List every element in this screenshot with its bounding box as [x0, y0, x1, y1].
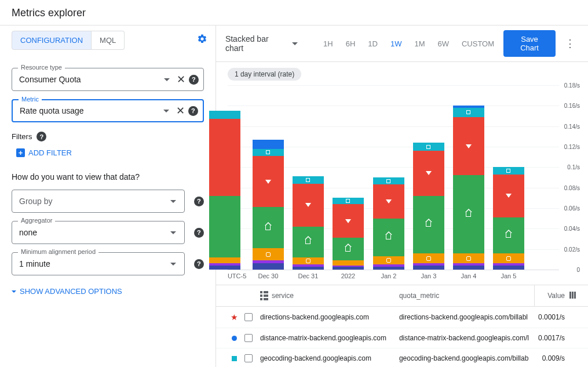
chart-type-label: Stacked bar chart: [225, 34, 285, 53]
bar-segment: [373, 184, 404, 218]
legend-row[interactable]: distance-matrix-backend.googleapis.comdi…: [216, 328, 588, 348]
help-icon[interactable]: ?: [194, 259, 204, 269]
bar-segment: [293, 227, 324, 257]
y-tick: 0.14/s: [564, 123, 580, 129]
more-menu-icon[interactable]: ⋮: [559, 34, 581, 53]
bar-segment: [453, 253, 484, 264]
clear-resource-type[interactable]: ✕: [173, 73, 189, 86]
time-range-1w[interactable]: 1W: [385, 36, 408, 52]
series-marker: [265, 226, 271, 230]
series-marker: [306, 259, 311, 263]
add-filter-button[interactable]: + ADD FILTER: [16, 148, 72, 157]
bar-5[interactable]: [413, 143, 444, 270]
bar-segment: [413, 143, 444, 151]
time-range-6h[interactable]: 6H: [340, 36, 361, 52]
y-tick: 0.12/s: [564, 144, 580, 150]
chart-plot[interactable]: 00.02/s0.04/s0.06/s0.08/s0.1/s0.12/s0.14…: [228, 85, 581, 282]
column-settings-icon[interactable]: [569, 292, 581, 300]
bar-3[interactable]: [333, 198, 364, 270]
series-marker: [266, 252, 271, 257]
tab-mql[interactable]: MQL: [92, 31, 125, 50]
group-by-select[interactable]: Group by: [12, 190, 185, 213]
series-marker: [266, 150, 270, 154]
metric-select[interactable]: Metric Rate quota usage ✕ ?: [12, 99, 204, 122]
interval-chip: 1 day interval (rate): [228, 68, 301, 81]
bar-segment: [293, 184, 324, 227]
y-tick: 0.02/s: [564, 246, 580, 252]
bar-segment: [293, 257, 324, 264]
series-marker: [306, 178, 310, 182]
x-tick: Dec 31: [298, 272, 318, 279]
series-marker: [506, 194, 512, 198]
legend-table: service quota_metric Value ★directions-b…: [216, 285, 588, 367]
bar-7[interactable]: [493, 167, 524, 270]
time-range-1d[interactable]: 1D: [362, 36, 384, 52]
series-marker: [346, 199, 350, 203]
service-cell: directions-backend.googleapis.com: [255, 313, 395, 321]
col-value[interactable]: Value: [529, 292, 569, 300]
time-range-1h[interactable]: 1H: [317, 36, 339, 52]
bar-segment: [293, 176, 324, 183]
show-advanced-options[interactable]: SHOW ADVANCED OPTIONS: [12, 287, 122, 296]
save-chart-button[interactable]: Save Chart: [503, 30, 556, 57]
legend-row[interactable]: ★directions-backend.googleapis.comdirect…: [216, 307, 588, 328]
bar-segment: [493, 167, 524, 174]
series-checkbox[interactable]: [244, 334, 253, 342]
chevron-down-icon: [170, 231, 176, 234]
bar-1[interactable]: [253, 140, 284, 270]
col-service[interactable]: service: [272, 292, 294, 300]
bar-segment: [253, 156, 284, 207]
series-marker: [466, 144, 472, 148]
bar-segment: [333, 198, 364, 204]
service-cell: geocoding-backend.googleapis.com: [255, 354, 395, 362]
help-icon[interactable]: ?: [188, 106, 198, 116]
grouping-icon[interactable]: [260, 291, 268, 300]
bar-segment: [209, 111, 240, 119]
view-data-question: How do you want to view that data?: [12, 172, 204, 181]
bar-segment: [209, 196, 240, 257]
series-checkbox[interactable]: [244, 354, 253, 362]
help-icon[interactable]: ?: [194, 228, 204, 238]
bar-0[interactable]: [209, 111, 240, 270]
aggregator-value: none: [19, 228, 167, 237]
chart-area: 1 day interval (rate) 00.02/s0.04/s0.06/…: [216, 62, 588, 285]
series-marker: [426, 256, 431, 261]
x-tick: Jan 5: [501, 272, 516, 279]
bar-segment: [373, 256, 404, 264]
aggregator-select[interactable]: Aggregator none: [12, 221, 185, 244]
series-marker: [426, 222, 431, 227]
legend-row[interactable]: geocoding-backend.googleapis.comgeocodin…: [216, 348, 588, 367]
time-range-1m[interactable]: 1M: [408, 36, 430, 52]
bar-segment: [209, 266, 240, 270]
plus-icon: +: [16, 148, 25, 157]
x-tick: Dec 30: [258, 272, 278, 279]
resource-type-value: Consumer Quota: [19, 75, 160, 84]
tab-configuration[interactable]: CONFIGURATION: [12, 31, 92, 50]
help-icon[interactable]: ?: [36, 132, 46, 141]
y-tick: 0.1/s: [567, 164, 580, 170]
time-range-custom[interactable]: CUSTOM: [456, 36, 500, 52]
series-marker: [426, 171, 432, 175]
time-range-6w[interactable]: 6W: [432, 36, 455, 52]
col-quota-metric[interactable]: quota_metric: [395, 292, 529, 300]
gear-icon[interactable]: [193, 30, 211, 50]
help-icon[interactable]: ?: [189, 75, 199, 85]
resource-type-select[interactable]: Resource type Consumer Quota ✕ ?: [12, 68, 204, 91]
bar-segment: [209, 119, 240, 196]
series-checkbox[interactable]: [244, 313, 253, 321]
bar-segment: [373, 219, 404, 256]
bar-6[interactable]: [453, 106, 484, 270]
bar-segment: [333, 204, 364, 238]
bar-4[interactable]: [373, 177, 404, 270]
bar-2[interactable]: [293, 176, 324, 270]
min-alignment-label: Minimum alignment period: [18, 248, 98, 255]
chart-type-select[interactable]: Stacked bar chart: [223, 32, 304, 55]
bar-segment: [253, 207, 284, 248]
y-tick: 0.06/s: [564, 205, 580, 212]
clear-metric[interactable]: ✕: [173, 104, 188, 117]
bar-segment: [413, 196, 444, 253]
page-title: Metrics explorer: [0, 0, 588, 26]
help-icon[interactable]: ?: [194, 197, 204, 206]
bar-segment: [373, 177, 404, 184]
min-alignment-select[interactable]: Minimum alignment period 1 minute: [12, 252, 185, 275]
